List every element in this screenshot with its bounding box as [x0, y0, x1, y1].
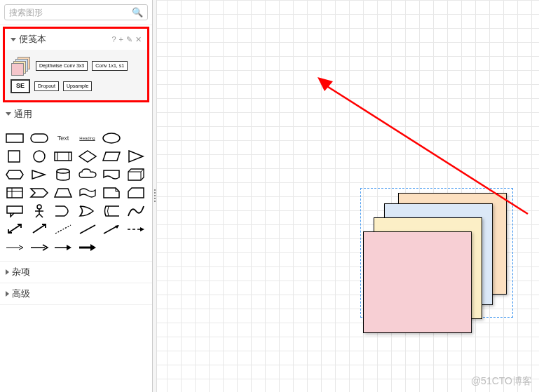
misc-title: 杂项	[12, 266, 30, 278]
svg-marker-21	[31, 189, 48, 197]
svg-marker-22	[55, 189, 71, 197]
scratch-item-dropout[interactable]: Dropout	[34, 81, 59, 91]
svg-rect-25	[7, 206, 22, 213]
svg-rect-0	[6, 134, 23, 142]
shape-or[interactable]	[53, 203, 74, 219]
shape-biarrow[interactable]	[4, 222, 25, 237]
shape-triangle[interactable]	[29, 167, 50, 182]
svg-marker-14	[128, 169, 144, 180]
shape-line-arrow[interactable]	[101, 222, 122, 237]
scratchpad-body: Depthwise Conv 3x3 Conv 1x1, s1 SE Dropo…	[5, 50, 147, 100]
svg-line-31	[8, 224, 21, 233]
scratchpad-header[interactable]: 便笺本 ? + ✎ ✕	[5, 29, 147, 50]
general-header[interactable]: 通用	[0, 104, 152, 125]
shape-arrow-ne[interactable]	[29, 222, 50, 237]
help-icon[interactable]: ?	[111, 35, 116, 44]
shape-cube[interactable]	[125, 167, 146, 182]
svg-marker-38	[140, 227, 144, 231]
svg-marker-8	[79, 151, 96, 162]
svg-point-13	[57, 169, 69, 173]
shape-trapezoid[interactable]	[53, 185, 74, 201]
shape-cylinder[interactable]	[53, 167, 74, 182]
search-input-wrap[interactable]: 🔍	[4, 4, 148, 20]
shape-ellipse[interactable]	[101, 130, 122, 146]
svg-line-45	[326, 86, 528, 214]
shape-note[interactable]	[101, 185, 122, 201]
shape-card[interactable]	[125, 185, 146, 201]
svg-marker-11	[6, 170, 23, 179]
watermark: @51CTO博客	[471, 375, 532, 388]
shape-roundrect[interactable]	[29, 130, 50, 146]
annotation-arrow	[318, 77, 535, 231]
svg-point-26	[37, 205, 41, 209]
shape-blank[interactable]	[125, 130, 146, 146]
shape-conn-open[interactable]	[29, 240, 50, 255]
shape-square[interactable]	[4, 149, 25, 164]
scratch-item-stack[interactable]	[11, 57, 32, 75]
scratch-item-conv[interactable]: Conv 1x1, s1	[92, 61, 128, 71]
general-title: 通用	[14, 108, 32, 121]
shape-line[interactable]	[77, 222, 98, 237]
sidebar-splitter[interactable]	[153, 0, 157, 392]
close-icon[interactable]: ✕	[135, 35, 142, 44]
shape-document[interactable]	[101, 167, 122, 182]
advanced-header[interactable]: 高级	[0, 283, 152, 304]
svg-marker-44	[90, 244, 96, 251]
shape-conn-thin[interactable]	[4, 240, 25, 255]
svg-marker-12	[32, 170, 45, 179]
misc-header[interactable]: 杂项	[0, 262, 152, 283]
svg-rect-18	[7, 188, 22, 198]
add-icon[interactable]: +	[119, 35, 123, 44]
shape-heading[interactable]: Heading	[77, 130, 98, 146]
svg-marker-24	[128, 188, 144, 198]
shape-hexagon[interactable]	[4, 167, 25, 182]
svg-line-30	[39, 214, 43, 217]
shape-rect[interactable]	[4, 130, 25, 146]
scratchpad-actions: ? + ✎ ✕	[111, 35, 142, 44]
stack-layer-1[interactable]	[363, 231, 472, 333]
svg-marker-10	[129, 151, 143, 162]
shape-conn-solid[interactable]	[53, 240, 74, 255]
shape-circle[interactable]	[29, 149, 50, 164]
svg-line-34	[80, 225, 95, 234]
general-shapes: Text Heading	[0, 125, 152, 261]
shape-and[interactable]	[77, 203, 98, 219]
shape-process[interactable]	[53, 149, 74, 164]
shape-curve[interactable]	[125, 203, 146, 219]
svg-point-4	[34, 151, 45, 162]
svg-line-35	[104, 226, 118, 234]
svg-point-2	[103, 133, 120, 143]
shape-conn-dash[interactable]	[125, 222, 146, 237]
svg-marker-23	[104, 188, 119, 198]
shape-actor[interactable]	[29, 203, 50, 219]
scratch-item-se[interactable]: SE	[11, 79, 30, 93]
shape-dotted[interactable]	[53, 222, 74, 237]
svg-rect-1	[31, 134, 48, 142]
shape-cloud[interactable]	[77, 167, 98, 182]
svg-line-29	[36, 214, 39, 217]
search-input[interactable]	[9, 8, 132, 18]
shape-callout[interactable]	[4, 203, 25, 219]
scratch-item-depthwise[interactable]: Depthwise Conv 3x3	[36, 61, 88, 71]
svg-rect-3	[8, 151, 20, 162]
svg-marker-9	[103, 152, 120, 161]
shape-parallelogram[interactable]	[101, 149, 122, 164]
canvas[interactable]: @51CTO博客	[153, 0, 539, 392]
shape-step[interactable]	[29, 185, 50, 201]
shape-diamond[interactable]	[77, 149, 98, 164]
shape-triangle-r[interactable]	[125, 149, 146, 164]
shape-text[interactable]: Text	[53, 130, 74, 146]
shape-datastore[interactable]	[101, 203, 122, 219]
scratchpad-title: 便笺本	[19, 33, 46, 46]
svg-line-32	[33, 224, 46, 233]
svg-line-33	[55, 225, 71, 234]
shapes-sidebar: 🔍 便笺本 ? + ✎ ✕ Depthwise Conv 3x3 Conv 1x	[0, 0, 153, 392]
search-icon: 🔍	[132, 7, 143, 18]
edit-icon[interactable]: ✎	[126, 35, 132, 44]
advanced-title: 高级	[12, 288, 30, 300]
shape-tape[interactable]	[77, 185, 98, 201]
svg-marker-42	[67, 245, 71, 250]
shape-conn-thick[interactable]	[77, 240, 98, 255]
scratch-item-upsample[interactable]: Upsample	[63, 81, 93, 91]
shape-internal[interactable]	[4, 185, 25, 201]
